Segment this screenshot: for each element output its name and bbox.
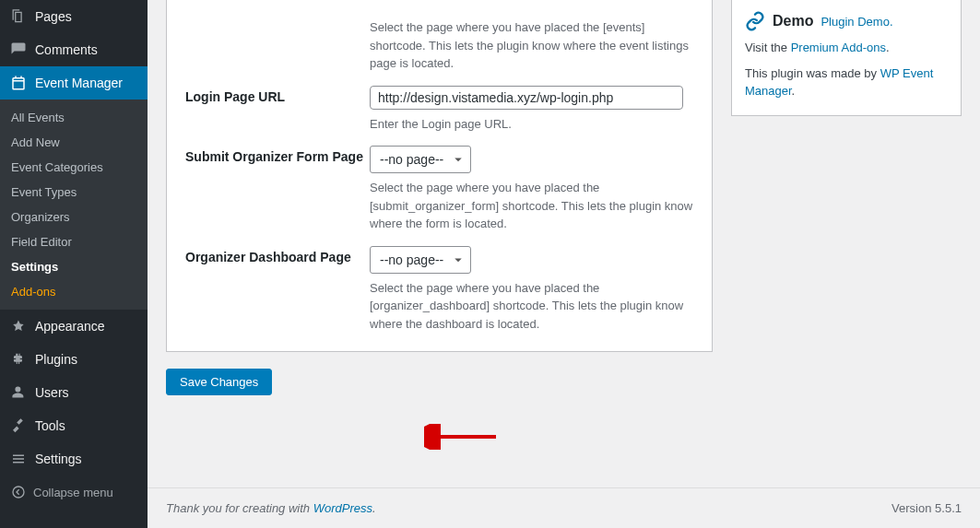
menu-plugins[interactable]: Plugins: [0, 343, 148, 376]
made-by-prefix: This plugin was made by: [745, 66, 880, 80]
submenu-add-new[interactable]: Add New: [0, 130, 148, 155]
submit-organizer-form-label: Submit Organizer Form Page: [185, 146, 370, 233]
menu-label: Plugins: [35, 352, 77, 367]
submenu-all-events[interactable]: All Events: [0, 105, 148, 130]
submenu-event-categories[interactable]: Event Categories: [0, 155, 148, 180]
menu-label: Comments: [35, 42, 98, 57]
visit-prefix: Visit the: [745, 41, 791, 54]
events-page-description: Select the page where you have placed th…: [370, 18, 693, 73]
settings-icon: [9, 450, 28, 468]
footer-thanks: Thank you for creating with: [166, 501, 313, 515]
menu-label: Appearance: [35, 319, 105, 334]
menu-event-manager[interactable]: Event Manager: [0, 66, 148, 100]
submenu-organizers[interactable]: Organizers: [0, 205, 148, 229]
collapse-menu[interactable]: Collapse menu: [0, 475, 148, 509]
menu-label: Event Manager: [35, 76, 123, 90]
submit-organizer-form-description: Select the page where you have placed th…: [370, 179, 693, 233]
svg-point-0: [13, 487, 24, 498]
admin-sidebar: Pages Comments Event Manager All Events …: [0, 0, 148, 528]
settings-panel: Select the page where you have placed th…: [166, 0, 713, 352]
menu-label: Users: [35, 385, 69, 400]
collapse-icon: [9, 483, 28, 501]
demo-sidebox: Demo Plugin Demo. Visit the Premium Add-…: [731, 0, 962, 116]
login-page-url-input[interactable]: [370, 86, 683, 110]
plugins-icon: [9, 350, 28, 369]
demo-title: Demo: [773, 13, 813, 29]
organizer-dashboard-label: Organizer Dashboard Page: [185, 246, 370, 334]
admin-footer: Thank you for creating with WordPress. V…: [148, 487, 980, 528]
save-changes-button[interactable]: Save Changes: [166, 369, 272, 395]
submenu-event-types[interactable]: Event Types: [0, 180, 148, 205]
organizer-dashboard-description: Select the page where you have placed th…: [370, 279, 693, 334]
premium-addons-link[interactable]: Premium Add-ons: [791, 41, 886, 54]
login-page-url-description: Enter the Login page URL.: [370, 115, 693, 134]
login-page-url-label: Login Page URL: [185, 86, 370, 134]
menu-label: Pages: [35, 9, 72, 24]
annotation-arrow: [424, 424, 498, 450]
menu-label: Tools: [35, 418, 65, 433]
version-text: Version 5.5.1: [891, 501, 962, 515]
submenu-field-editor[interactable]: Field Editor: [0, 229, 148, 254]
appearance-icon: [9, 317, 28, 335]
menu-label: Settings: [35, 452, 82, 466]
calendar-icon: [9, 74, 28, 92]
menu-pages[interactable]: Pages: [0, 0, 148, 33]
organizer-dashboard-select[interactable]: --no page--: [370, 246, 471, 274]
menu-settings[interactable]: Settings: [0, 442, 148, 475]
menu-tools[interactable]: Tools: [0, 409, 148, 442]
submenu-settings[interactable]: Settings: [0, 254, 148, 279]
wordpress-link[interactable]: WordPress: [313, 501, 372, 515]
event-manager-submenu: All Events Add New Event Categories Even…: [0, 100, 148, 310]
tools-icon: [9, 417, 28, 435]
menu-appearance[interactable]: Appearance: [0, 310, 148, 343]
menu-comments[interactable]: Comments: [0, 33, 148, 66]
comments-icon: [9, 41, 28, 59]
menu-users[interactable]: Users: [0, 376, 148, 409]
plugin-demo-link[interactable]: Plugin Demo.: [821, 15, 892, 29]
pages-icon: [9, 7, 28, 26]
users-icon: [9, 383, 28, 402]
submit-organizer-form-select[interactable]: --no page--: [370, 146, 471, 173]
submenu-addons[interactable]: Add-ons: [0, 279, 148, 304]
collapse-label: Collapse menu: [33, 486, 113, 499]
link-icon: [745, 11, 765, 31]
